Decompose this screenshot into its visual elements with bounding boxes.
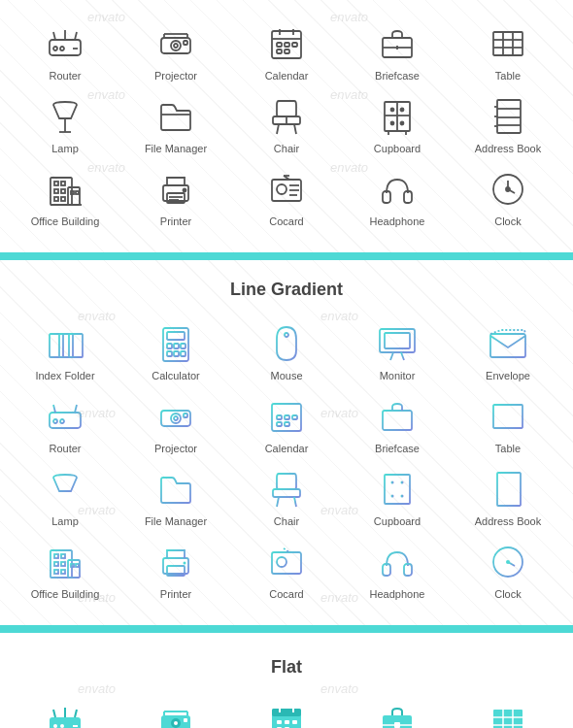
- list-item: Clock: [453, 533, 563, 606]
- mouse-label: Mouse: [270, 370, 302, 381]
- list-item: Office Building: [10, 160, 120, 233]
- svg-point-147: [401, 481, 404, 484]
- svg-rect-104: [490, 334, 525, 357]
- svg-point-149: [401, 495, 404, 498]
- router-lg-icon: [44, 395, 86, 438]
- svg-rect-164: [54, 562, 58, 566]
- cocard-label: Cocard: [269, 215, 303, 227]
- svg-line-1: [53, 32, 55, 40]
- svg-line-140: [277, 497, 279, 507]
- svg-rect-167: [61, 570, 65, 574]
- svg-point-197: [174, 721, 178, 725]
- chair-icon: [265, 95, 308, 138]
- cupboard-icon: [376, 95, 419, 138]
- cocard-lg-label: Cocard: [269, 588, 303, 600]
- svg-line-100: [390, 352, 393, 360]
- svg-rect-63: [76, 191, 79, 194]
- list-item: Calendar: [231, 692, 342, 728]
- list-item: Projector: [120, 15, 231, 87]
- svg-rect-89: [167, 332, 185, 340]
- flat-section: envato envato Flat Router: [0, 633, 573, 728]
- list-item: Table: [453, 387, 563, 460]
- cocard-lg-icon: [265, 541, 308, 583]
- printer-lg-icon: [154, 541, 197, 583]
- svg-rect-213: [394, 722, 400, 728]
- svg-rect-57: [61, 182, 65, 185]
- list-item: Clock: [453, 160, 563, 233]
- svg-rect-60: [54, 197, 58, 201]
- cocard-icon: [265, 168, 308, 211]
- router-flat-icon: [44, 700, 86, 728]
- svg-point-146: [391, 481, 394, 484]
- svg-rect-152: [497, 473, 521, 506]
- svg-rect-18: [277, 43, 282, 47]
- headphone-lg-label: Headphone: [370, 588, 425, 600]
- file-manager-label: File Manager: [145, 143, 207, 154]
- svg-rect-59: [61, 189, 65, 193]
- calendar-flat-icon: [265, 700, 308, 728]
- printer-lg-label: Printer: [160, 588, 191, 600]
- svg-rect-56: [54, 182, 58, 185]
- address-book-icon: [487, 95, 529, 138]
- projector-label: Projector: [154, 70, 197, 82]
- svg-rect-163: [61, 554, 65, 558]
- list-item: Projector: [120, 387, 231, 460]
- svg-point-70: [277, 184, 286, 194]
- svg-point-9: [174, 44, 178, 48]
- list-item: Cocard: [231, 533, 342, 606]
- svg-rect-10: [184, 41, 187, 45]
- svg-rect-90: [167, 344, 172, 348]
- chair-label: Chair: [274, 143, 299, 154]
- address-book-label: Address Book: [475, 143, 541, 154]
- cupboard-label: Cupboard: [374, 143, 421, 154]
- list-item: Briefcase: [342, 387, 453, 460]
- svg-rect-198: [184, 718, 187, 722]
- list-item: Mouse: [231, 314, 342, 387]
- lamp-label: Lamp: [51, 143, 79, 154]
- office-building-label: Office Building: [31, 215, 100, 227]
- svg-rect-165: [61, 562, 65, 566]
- list-item: Cupboard: [342, 460, 453, 533]
- svg-point-174: [184, 562, 186, 565]
- list-item: Printer: [120, 533, 231, 606]
- svg-rect-203: [272, 709, 301, 716]
- svg-point-4: [53, 47, 57, 50]
- svg-rect-132: [493, 405, 522, 428]
- svg-rect-61: [61, 197, 65, 201]
- svg-line-109: [75, 405, 77, 413]
- svg-rect-169: [76, 564, 79, 567]
- projector-flat-icon: [154, 700, 197, 728]
- list-item: Chair: [231, 460, 342, 533]
- lamp-lg-icon: [44, 468, 86, 511]
- svg-point-8: [171, 41, 181, 50]
- chair-lg-icon: [265, 468, 308, 511]
- lamp-lg-label: Lamp: [51, 515, 79, 527]
- table-icon: [487, 22, 529, 65]
- svg-rect-92: [181, 344, 185, 348]
- svg-rect-54: [68, 187, 80, 205]
- svg-rect-208: [292, 720, 297, 724]
- list-item: Cupboard: [342, 87, 453, 160]
- address-book-lg-icon: [487, 468, 529, 511]
- svg-point-193: [60, 724, 64, 728]
- svg-rect-162: [54, 554, 58, 558]
- svg-point-40: [391, 109, 394, 112]
- svg-rect-166: [54, 570, 58, 574]
- line-gradient-title: Line Gradient: [0, 265, 573, 310]
- svg-point-110: [53, 419, 57, 423]
- list-item: Projector: [120, 692, 231, 728]
- office-building-icon: [44, 168, 86, 211]
- svg-line-141: [294, 497, 296, 507]
- list-item: Headphone: [342, 533, 453, 606]
- divider-1: [0, 252, 573, 260]
- briefcase-flat-icon: [376, 700, 419, 728]
- flat-icon-grid: Router Projector: [0, 687, 573, 728]
- svg-rect-22: [285, 50, 289, 53]
- briefcase-label: Briefcase: [375, 70, 420, 82]
- table-lg-label: Table: [495, 443, 521, 454]
- svg-rect-26: [493, 32, 522, 55]
- office-building-lg-icon: [44, 541, 86, 583]
- envelope-icon: [487, 322, 529, 365]
- flat-title: Flat: [0, 643, 573, 687]
- svg-rect-124: [277, 415, 282, 419]
